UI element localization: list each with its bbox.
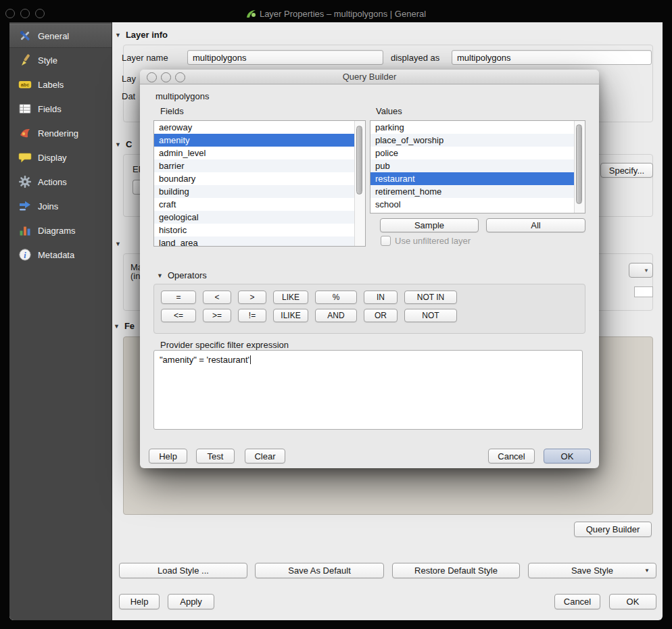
dialog-help-button[interactable]: Help	[149, 449, 187, 463]
cancel-button[interactable]: Cancel	[554, 594, 600, 609]
text-cursor	[250, 355, 251, 364]
field-row[interactable]: building	[154, 185, 355, 198]
qgis-leaf-icon	[246, 9, 256, 18]
operator-equals-button[interactable]: =	[161, 291, 196, 304]
fields-scrollbar[interactable]	[354, 121, 365, 246]
sidebar-item-label: Display	[38, 153, 67, 163]
operator-not-button[interactable]: NOT	[404, 309, 457, 322]
disclosure-triangle-icon: ▼	[115, 141, 121, 148]
all-button[interactable]: All	[486, 218, 585, 232]
sidebar-item-style[interactable]: Style	[9, 48, 112, 72]
operator-like-button[interactable]: LIKE	[273, 291, 308, 304]
layer-name-input[interactable]: multipolygons	[187, 50, 383, 65]
operator-lte-button[interactable]: <=	[161, 309, 196, 322]
scale-field-fragment[interactable]	[634, 286, 653, 297]
dialog-ok-button[interactable]: OK	[544, 449, 591, 463]
displayed-as-input[interactable]: multipolygons	[452, 50, 652, 65]
operator-ilike-button[interactable]: ILIKE	[273, 309, 308, 322]
field-row[interactable]: craft	[154, 198, 355, 211]
sidebar-item-label: Rendering	[38, 128, 78, 139]
operator-and-button[interactable]: AND	[315, 309, 357, 322]
values-list-header: Values	[376, 106, 402, 116]
filter-expression-textarea[interactable]: "amenity" = 'restaurant'	[153, 350, 583, 430]
operator-gte-button[interactable]: >=	[203, 309, 231, 322]
sidebar-item-actions[interactable]: Actions	[9, 170, 112, 194]
sidebar-item-label: Metadata	[38, 250, 74, 260]
sidebar-item-general[interactable]: General	[9, 24, 112, 48]
properties-sidebar: General Style abc Labels Fields Renderin…	[9, 22, 112, 620]
operator-or-button[interactable]: OR	[364, 309, 398, 322]
specify-crs-button[interactable]: Specify...	[600, 163, 653, 178]
sidebar-item-label: Fields	[38, 104, 62, 114]
window-title: Layer Properties – multipolygons | Gener…	[0, 9, 672, 19]
sidebar-item-rendering[interactable]: Rendering	[9, 121, 112, 145]
section-crs[interactable]: ▼ C	[115, 139, 132, 149]
operator-not-in-button[interactable]: NOT IN	[404, 291, 457, 304]
dialog-test-button[interactable]: Test	[196, 449, 235, 463]
sidebar-item-joins[interactable]: Joins	[9, 194, 112, 218]
sidebar-item-labels[interactable]: abc Labels	[9, 72, 112, 97]
paintbrush-icon	[18, 53, 32, 67]
sample-button[interactable]: Sample	[380, 218, 479, 232]
dropdown-arrow-icon: ▼	[644, 568, 650, 574]
load-style-button[interactable]: Load Style ...	[119, 563, 247, 578]
section-operators[interactable]: ▼ Operators	[157, 270, 207, 280]
field-row[interactable]: barrier	[154, 159, 355, 172]
scale-combo-fragment[interactable]: ▼	[629, 263, 653, 278]
field-row[interactable]: boundary	[154, 172, 355, 185]
sidebar-item-diagrams[interactable]: Diagrams	[9, 218, 112, 243]
value-row[interactable]: police	[370, 147, 575, 159]
operator-lt-button[interactable]: <	[203, 291, 231, 304]
save-as-default-button[interactable]: Save As Default	[255, 563, 384, 578]
dialog-titlebar[interactable]: Query Builder	[140, 70, 599, 84]
section-operators-label: Operators	[168, 270, 207, 280]
value-row[interactable]: place_of_worship	[370, 134, 575, 147]
filter-expression-text: "amenity" = 'restaurant'	[160, 355, 249, 365]
values-scrollbar-thumb[interactable]	[576, 124, 582, 204]
abc-label-icon: abc	[18, 78, 32, 91]
values-scrollbar[interactable]	[574, 121, 585, 213]
filter-expression-label: Provider specific filter expression	[160, 340, 289, 350]
fields-scrollbar-thumb[interactable]	[356, 126, 362, 195]
value-row[interactable]: school	[370, 198, 575, 211]
dialog-cancel-button[interactable]: Cancel	[488, 449, 535, 463]
operator-neq-button[interactable]: !=	[238, 309, 266, 322]
field-row[interactable]: historic	[154, 224, 355, 236]
value-row[interactable]: retirement_home	[370, 185, 575, 198]
section-features[interactable]: ▼ Fe	[114, 321, 135, 331]
fields-list: aeroway amenity admin_level barrier boun…	[153, 120, 366, 247]
field-row[interactable]: land_area	[154, 236, 355, 247]
apply-button[interactable]: Apply	[168, 594, 214, 609]
value-row-selected[interactable]: restaurant	[370, 172, 575, 185]
checkbox-icon[interactable]	[381, 236, 391, 246]
section-scale-visibility[interactable]: ▼	[115, 241, 121, 247]
window-titlebar[interactable]: Layer Properties – multipolygons | Gener…	[0, 0, 672, 22]
sidebar-item-label: Labels	[38, 80, 64, 90]
join-arrow-icon	[18, 199, 32, 213]
query-builder-dialog: Query Builder multipolygons Fields aerow…	[140, 70, 599, 468]
field-row[interactable]: aeroway	[154, 121, 355, 134]
disclosure-triangle-icon: ▼	[115, 241, 121, 247]
field-row[interactable]: admin_level	[154, 147, 355, 159]
dialog-clear-button[interactable]: Clear	[245, 449, 285, 463]
sidebar-item-metadata[interactable]: i Metadata	[9, 243, 112, 267]
field-row[interactable]: geological	[154, 211, 355, 224]
value-row[interactable]: pub	[370, 159, 575, 172]
save-style-button[interactable]: Save Style ▼	[528, 563, 656, 578]
sidebar-item-fields[interactable]: Fields	[9, 97, 112, 121]
operator-gt-button[interactable]: >	[238, 291, 266, 304]
operator-in-button[interactable]: IN	[364, 291, 398, 304]
use-unfiltered-layer-checkbox[interactable]: Use unfiltered layer	[381, 236, 471, 246]
operator-percent-button[interactable]: %	[315, 291, 357, 304]
section-layer-info[interactable]: ▼ Layer info	[115, 30, 168, 40]
ok-button[interactable]: OK	[609, 594, 656, 609]
help-button[interactable]: Help	[119, 594, 160, 609]
query-builder-button[interactable]: Query Builder	[574, 522, 652, 537]
sidebar-item-display[interactable]: Display	[9, 145, 112, 170]
operators-group-box: = < > LIKE % IN NOT IN <= >= != ILIKE AN…	[153, 284, 585, 334]
field-row-selected[interactable]: amenity	[154, 134, 355, 147]
restore-default-style-button[interactable]: Restore Default Style	[392, 563, 520, 578]
value-row[interactable]: parking	[370, 121, 575, 134]
paint-splash-icon	[18, 126, 32, 140]
fields-list-header: Fields	[160, 106, 184, 116]
